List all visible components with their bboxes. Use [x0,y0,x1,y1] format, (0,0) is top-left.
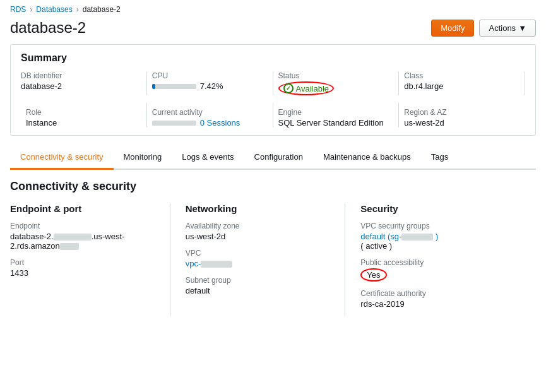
cpu-value: 7.42% [152,81,268,91]
az-field: Availability zone us-west-2d [186,222,330,241]
vpc-sg-field: VPC security groups default (sg- ) ( act… [360,222,521,251]
sg-redacted [401,234,433,241]
status-value: Available [278,81,394,95]
endpoint-redacted2 [60,243,79,250]
db-identifier-value: database-2 [21,81,141,91]
subnet-field: Subnet group default [186,276,330,295]
breadcrumb-sep-1: › [30,5,32,14]
summary-cell-cpu: CPU 7.42% [147,71,273,95]
endpoint-field: Endpoint database-2..us-west-2.rds.amazo… [10,222,155,251]
breadcrumb-rds[interactable]: RDS [10,5,26,14]
vpc-redacted [201,261,232,268]
cert-value: rds-ca-2019 [360,299,521,309]
tab-configuration[interactable]: Configuration [244,146,313,170]
networking-title: Networking [186,203,330,214]
port-label: Port [10,258,155,267]
vpc-sg-suffix: ) [433,232,438,241]
sessions-bar-track [152,121,196,126]
breadcrumb-databases[interactable]: Databases [36,5,72,14]
actions-label: Actions [489,23,516,33]
summary-section: Summary DB identifier database-2 CPU 7.4… [10,44,536,136]
breadcrumb-current: database-2 [83,5,121,14]
endpoint-value: database-2..us-west-2.rds.amazon [10,232,155,251]
region-value: us-west-2d [404,118,520,128]
cpu-bar-fill [152,84,155,89]
vpc-sg-label: VPC security groups [360,222,521,230]
vpc-prefix: vpc- [186,259,201,268]
subnet-value: default [186,286,330,295]
tab-bar: Connectivity & security Monitoring Logs … [10,146,536,170]
region-label: Region & AZ [404,108,520,117]
role-label: Role [26,108,141,117]
sessions-link[interactable]: 0 Sessions [200,118,240,128]
endpoint-port-title: Endpoint & port [10,203,155,214]
vpc-field: VPC vpc- [186,249,330,268]
az-value: us-west-2d [186,232,330,241]
vpc-link[interactable]: vpc- [186,259,233,268]
content-section: Connectivity & security Endpoint & port … [0,170,546,326]
page-header: database-2 Modify Actions ▼ [0,16,546,44]
cpu-percent: 7.42% [200,81,223,91]
security-title: Security [360,203,521,214]
page-title: database-2 [10,19,86,37]
class-value: db.r4.large [404,81,519,91]
endpoint-label: Endpoint [10,222,155,230]
role-value: Instance [26,118,141,128]
actions-button[interactable]: Actions ▼ [479,20,536,37]
status-available-badge: Available [278,81,335,95]
summary-cell-db-id: DB identifier database-2 [21,71,147,95]
summary-grid: DB identifier database-2 CPU 7.42% Statu… [21,71,525,128]
vpc-value: vpc- [186,259,330,268]
vpc-sg-status: ( active ) [360,241,392,251]
summary-title: Summary [21,52,525,64]
tab-tags[interactable]: Tags [421,146,458,170]
port-field: Port 1433 [10,258,155,278]
public-accessibility-field: Public accessibility Yes [360,258,521,282]
cert-label: Certificate authority [360,289,521,298]
tab-logs-events[interactable]: Logs & events [172,146,244,170]
security-col: Security VPC security groups default (sg… [360,203,536,316]
vpc-label: VPC [186,249,330,258]
cert-field: Certificate authority rds-ca-2019 [360,289,521,309]
subnet-label: Subnet group [186,276,330,285]
summary-cell-activity: Current activity 0 Sessions [147,103,273,128]
breadcrumb: RDS › Databases › database-2 [0,0,546,16]
az-label: Availability zone [186,222,330,230]
endpoint-port-col: Endpoint & port Endpoint database-2..us-… [10,203,170,316]
tab-maintenance-backups[interactable]: Maintenance & backups [313,146,421,170]
port-value: 1433 [10,268,155,278]
engine-label: Engine [278,108,394,117]
networking-col: Networking Availability zone us-west-2d … [186,203,346,316]
activity-label: Current activity [152,108,268,117]
status-label: Status [278,71,394,80]
public-accessibility-value: Yes [360,268,521,282]
status-circle-icon [283,83,294,93]
activity-value: 0 Sessions [152,118,268,128]
connectivity-grid: Endpoint & port Endpoint database-2..us-… [10,203,536,316]
tab-monitoring[interactable]: Monitoring [114,146,172,170]
vpc-sg-prefix: default (sg- [360,232,401,241]
public-accessibility-label: Public accessibility [360,258,521,267]
content-title: Connectivity & security [10,180,536,193]
db-identifier-label: DB identifier [21,71,141,80]
summary-cell-role: Role Instance [21,103,147,128]
summary-cell-status: Status Available [273,71,400,95]
status-text: Available [296,84,329,93]
cpu-label: CPU [152,71,268,80]
vpc-sg-value: default (sg- ) ( active ) [360,232,521,251]
yes-badge: Yes [360,268,386,282]
endpoint-prefix: database-2. [10,232,54,241]
cpu-bar-track [152,84,196,89]
summary-cell-region: Region & AZ us-west-2d [399,103,525,128]
summary-cell-class: Class db.r4.large [399,71,525,95]
header-actions: Modify Actions ▼ [431,20,536,37]
endpoint-redacted [54,234,92,241]
vpc-sg-link[interactable]: default (sg- ) [360,232,438,241]
tab-connectivity-security[interactable]: Connectivity & security [10,146,114,170]
chevron-down-icon: ▼ [518,23,526,33]
modify-button[interactable]: Modify [431,20,474,37]
summary-cell-engine: Engine SQL Server Standard Edition [273,103,400,128]
class-label: Class [404,71,519,80]
engine-value: SQL Server Standard Edition [278,118,394,128]
breadcrumb-sep-2: › [76,5,79,14]
